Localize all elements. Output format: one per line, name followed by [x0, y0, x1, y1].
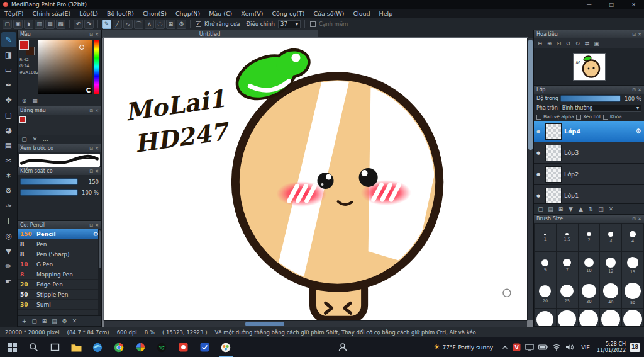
- open-icon[interactable]: ▣: [13, 20, 23, 29]
- new-folder-icon[interactable]: ▤: [547, 205, 555, 213]
- ellipse-icon[interactable]: ◌: [155, 20, 165, 29]
- down-icon[interactable]: ⇅: [587, 205, 595, 213]
- brush-size-option[interactable]: 12: [600, 252, 621, 280]
- draw-icon[interactable]: ✎: [102, 20, 111, 29]
- gear-icon[interactable]: ⚙: [635, 127, 641, 135]
- vertical-scroll-thumb[interactable]: [528, 40, 533, 150]
- battery-icon[interactable]: [538, 344, 548, 350]
- volume-icon[interactable]: [565, 344, 574, 351]
- tool-eyedropper[interactable]: ▼: [1, 244, 16, 259]
- trash-icon[interactable]: ✕: [31, 135, 39, 144]
- panel-dock-icon[interactable]: ⊡: [632, 32, 636, 37]
- panel-dock-icon[interactable]: ⊡: [89, 146, 93, 151]
- brush-preview-header[interactable]: Xem trước cọ⊡✕: [18, 144, 101, 152]
- merge-icon[interactable]: ▼: [567, 205, 575, 213]
- navigator-header[interactable]: Hoa tiêu⊡✕: [534, 30, 644, 38]
- visibility-icon[interactable]: ●: [536, 129, 543, 134]
- visibility-icon[interactable]: ●: [536, 150, 543, 156]
- brush-size-option[interactable]: 200: [600, 309, 621, 326]
- brush-item[interactable]: 150Pencil⚙: [18, 229, 101, 239]
- brush-size-option[interactable]: 7: [557, 252, 578, 280]
- blend-mode-select[interactable]: Bình thường ▾: [560, 105, 641, 112]
- menu-item[interactable]: Chỉnh sửa(E): [28, 10, 75, 17]
- maximize-button[interactable]: □: [609, 2, 614, 8]
- brush-size-option[interactable]: 300: [622, 309, 643, 326]
- brush-opacity-slider[interactable]: [20, 189, 78, 196]
- task-view-button[interactable]: [44, 337, 65, 357]
- brush-size-option[interactable]: 2: [579, 224, 600, 251]
- tool-wand[interactable]: ✶: [1, 168, 16, 183]
- tool-operation[interactable]: ⚙: [1, 183, 16, 198]
- brush-size-option[interactable]: 5: [535, 252, 556, 280]
- tool-bucket[interactable]: ◕: [1, 123, 16, 138]
- vertical-scrollbar[interactable]: [527, 38, 533, 320]
- panel-close-icon[interactable]: ✕: [638, 88, 641, 93]
- panel-close-icon[interactable]: ✕: [638, 217, 641, 222]
- layer-item[interactable]: ●Lớp1: [534, 185, 644, 203]
- language-indicator[interactable]: VIE: [578, 344, 593, 351]
- page-icon[interactable]: ▢: [20, 135, 28, 144]
- clip-icon[interactable]: ◫: [597, 205, 605, 213]
- display-tray-icon[interactable]: [525, 344, 534, 351]
- tool-text[interactable]: T: [1, 213, 16, 229]
- palette-icon[interactable]: ▦: [31, 97, 39, 105]
- people-icon[interactable]: [332, 337, 353, 357]
- chrome-icon[interactable]: [108, 337, 130, 357]
- comment-icon[interactable]: ◗: [24, 20, 33, 29]
- palette-swatch-red[interactable]: [19, 116, 26, 123]
- panel-close-icon[interactable]: ✕: [95, 169, 99, 174]
- brush-size-header[interactable]: Brush Size⊡✕: [534, 215, 644, 223]
- network-icon[interactable]: [552, 344, 561, 351]
- menu-item[interactable]: Tệp(F): [0, 10, 28, 17]
- brush-size-option[interactable]: 15: [622, 252, 643, 280]
- clipping-checkbox[interactable]: [576, 115, 581, 120]
- start-button[interactable]: [1, 337, 23, 357]
- zoom-fit-icon[interactable]: ⊡: [555, 39, 563, 47]
- lock-checkbox[interactable]: [603, 115, 608, 120]
- folder-icon[interactable]: ▤: [50, 317, 58, 326]
- foreground-color-swatch[interactable]: [19, 40, 29, 50]
- panel-dock-icon[interactable]: ⊡: [89, 108, 93, 113]
- rotate-right-icon[interactable]: ↻: [574, 39, 582, 47]
- duplicate-icon[interactable]: ⊞: [557, 205, 565, 213]
- antialias-checkbox[interactable]: [196, 21, 201, 27]
- menu-item[interactable]: Xem(V): [236, 10, 267, 17]
- hue-slider[interactable]: [94, 40, 99, 94]
- notification-badge[interactable]: 18: [630, 343, 640, 352]
- brush-control-header[interactable]: Kiểm soát cọ⊡✕: [18, 167, 101, 175]
- tool-pencil[interactable]: ✏: [1, 259, 16, 274]
- tool-eraser[interactable]: ◨: [1, 47, 16, 62]
- rotate-left-icon[interactable]: ↺: [564, 39, 572, 47]
- tool-pen[interactable]: ✒: [1, 77, 16, 93]
- copy-icon[interactable]: ⊞: [40, 317, 48, 326]
- brush-item[interactable]: 8Pen: [18, 239, 101, 249]
- brush-size-option[interactable]: 100: [557, 309, 578, 326]
- vlc-tray-icon[interactable]: V: [513, 343, 521, 351]
- tool-gradient[interactable]: ▤: [1, 138, 16, 153]
- brush-item[interactable]: 8Pen (Sharp): [18, 249, 101, 259]
- layout-icon[interactable]: ▥: [35, 20, 44, 29]
- settings-icon[interactable]: ⚙: [177, 20, 186, 29]
- color-panel-header[interactable]: Màu⊡✕: [18, 30, 101, 38]
- tool-zoom[interactable]: ◎: [1, 229, 16, 244]
- canvas[interactable]: MoLai1 HD247: [104, 38, 527, 320]
- tool-panel-edit[interactable]: ✑: [1, 198, 16, 213]
- menu-item[interactable]: Lớp(L): [75, 10, 103, 17]
- brush-size-option[interactable]: 25: [557, 280, 578, 308]
- tool-select[interactable]: ▭: [1, 62, 16, 77]
- soft-edge-checkbox[interactable]: [310, 21, 316, 27]
- snap-icon[interactable]: ⊞: [166, 20, 175, 29]
- dots-icon[interactable]: …: [42, 135, 50, 144]
- panel-close-icon[interactable]: ✕: [638, 32, 641, 37]
- panel-close-icon[interactable]: ✕: [95, 223, 99, 228]
- up-icon[interactable]: ▲: [577, 205, 585, 213]
- flip-icon[interactable]: ⇄: [583, 39, 591, 47]
- settings-icon[interactable]: ⚙: [60, 317, 69, 326]
- tool-brush[interactable]: ✎: [1, 32, 16, 47]
- menu-item[interactable]: Chọn(S): [138, 10, 171, 17]
- table-icon[interactable]: ▩: [56, 20, 65, 29]
- brush-size-option[interactable]: 30: [579, 280, 600, 308]
- brush-size-option[interactable]: 40: [600, 280, 621, 308]
- brush-size-option[interactable]: 50: [622, 280, 643, 308]
- brush-size-option[interactable]: 10: [579, 252, 600, 280]
